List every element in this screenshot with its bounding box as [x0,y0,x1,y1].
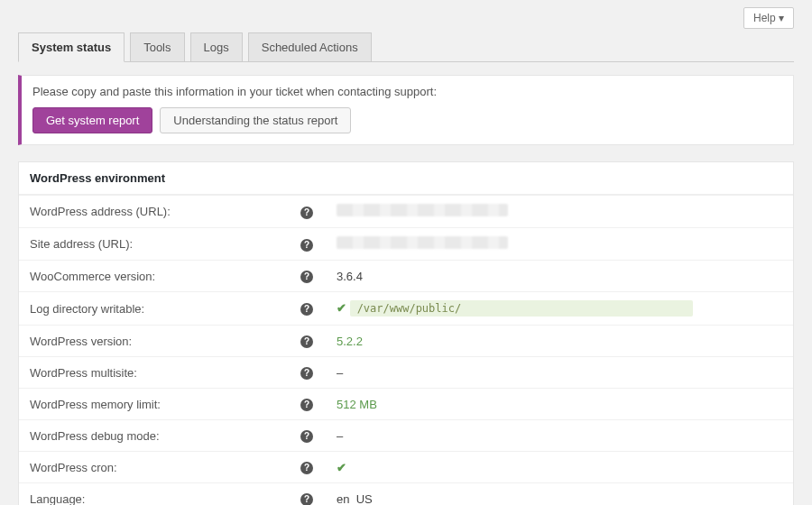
row-label: WordPress memory limit: [30,398,300,411]
check-icon: ✔ [337,301,346,315]
row-wp-address: WordPress address (URL): ? [19,195,793,227]
help-icon[interactable]: ? [300,271,313,283]
row-log-dir: Log directory writable: ? ✔ /var/www/pub… [19,291,793,325]
row-wp-version: WordPress version: ? 5.2.2 [19,325,793,356]
help-icon[interactable]: ? [300,462,313,474]
row-label: WordPress address (URL): [30,205,300,218]
log-dir-path: /var/www/public/ [350,300,693,317]
row-value: – [337,429,782,443]
row-value: 512 MB [337,398,782,411]
help-icon[interactable]: ? [300,493,313,505]
row-value: 3.6.4 [337,270,782,283]
row-value: ✔ [337,461,782,474]
row-value: – [337,366,782,380]
row-value [337,204,782,219]
redacted-text [337,204,508,216]
row-label: WordPress debug mode: [30,429,300,443]
understanding-status-button[interactable]: Understanding the status report [160,107,351,133]
row-label: WooCommerce version: [30,270,300,283]
row-value [337,236,782,252]
row-label: WordPress multisite: [30,366,300,380]
row-language: Language: ? en_US [19,482,793,505]
tab-system-status[interactable]: System status [18,32,125,62]
help-button[interactable]: Help ▾ [743,7,794,29]
row-value: 5.2.2 [337,335,782,348]
help-icon[interactable]: ? [300,367,313,380]
help-icon[interactable]: ? [300,399,313,411]
row-label: WordPress version: [30,335,300,348]
notice-text: Please copy and paste this information i… [32,85,782,98]
admin-tabs: System status Tools Logs Scheduled Actio… [18,32,794,62]
help-icon[interactable]: ? [300,430,313,443]
help-icon[interactable]: ? [300,335,313,348]
wp-environment-panel: WordPress environment WordPress address … [18,161,794,505]
check-icon: ✔ [337,461,346,474]
tab-scheduled-actions[interactable]: Scheduled Actions [248,32,372,62]
support-notice: Please copy and paste this information i… [18,75,794,145]
row-value: ✔ /var/www/public/ [337,300,782,317]
row-wp-multisite: WordPress multisite: ? – [19,356,793,388]
row-site-address: Site address (URL): ? [19,227,793,260]
row-wp-cron: WordPress cron: ? ✔ [19,451,793,482]
help-icon[interactable]: ? [300,303,313,316]
panel-title: WordPress environment [19,162,793,195]
row-value: en_US [337,492,782,506]
help-icon[interactable]: ? [300,207,313,219]
row-wc-version: WooCommerce version: ? 3.6.4 [19,260,793,291]
row-wp-memory: WordPress memory limit: ? 512 MB [19,388,793,419]
help-icon[interactable]: ? [300,239,313,252]
row-label: Site address (URL): [30,237,300,251]
tab-tools[interactable]: Tools [130,32,184,62]
redacted-text [337,236,508,249]
row-label: Log directory writable: [30,302,300,316]
tab-logs[interactable]: Logs [190,32,243,62]
row-label: WordPress cron: [30,461,300,474]
get-system-report-button[interactable]: Get system report [32,107,152,133]
row-wp-debug: WordPress debug mode: ? – [19,419,793,451]
row-label: Language: [30,492,300,506]
